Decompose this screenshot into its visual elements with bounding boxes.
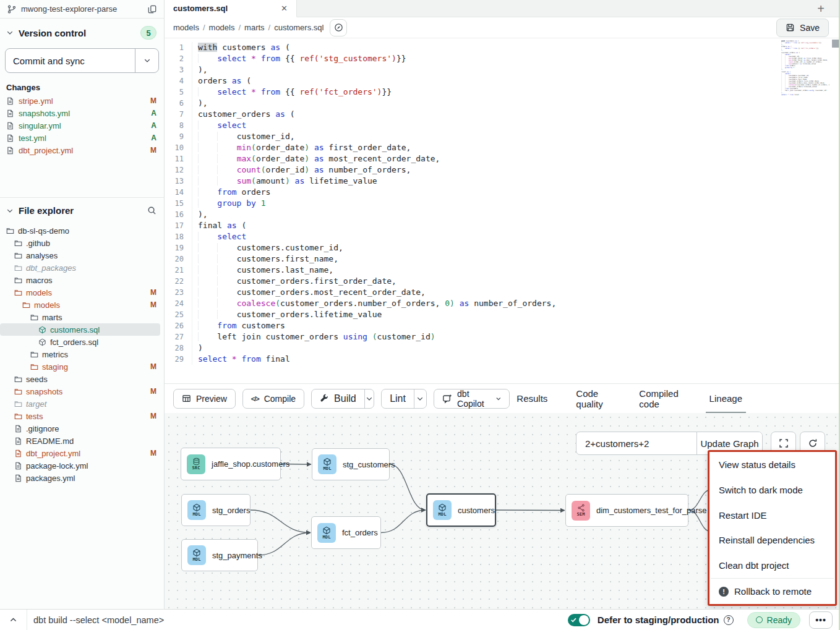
tree-item-customers-sql[interactable]: customers.sql xyxy=(0,323,160,336)
tree-item-snapshots[interactable]: snapshotsM xyxy=(0,385,164,398)
tree-item-label: macros xyxy=(26,276,156,285)
tab-customers-sql[interactable]: customers.sql ✕ xyxy=(165,0,297,17)
line-number: 15 xyxy=(165,198,192,209)
lint-options-caret[interactable] xyxy=(414,389,426,408)
lineage-node-stg_orders[interactable]: MDLstg_orders xyxy=(181,494,251,526)
tree-item-dbt-project-yml[interactable]: dbt_project.ymlM xyxy=(0,447,164,459)
tree-item-tests[interactable]: testsM xyxy=(0,410,164,422)
tree-item-macros[interactable]: macros xyxy=(0,274,164,286)
menu-item-reinstall-dependencies[interactable]: Reinstall dependencies xyxy=(709,528,835,553)
editor-minimap[interactable]: with customers as ( select * from {{ ref… xyxy=(781,40,829,96)
dbt-copilot-button[interactable]: dbt Copilot xyxy=(434,389,510,409)
search-icon[interactable] xyxy=(147,206,156,215)
tree-item-marts[interactable]: marts xyxy=(0,311,164,323)
defer-toggle[interactable] xyxy=(568,614,590,626)
version-control-header[interactable]: Version control 5 xyxy=(0,19,164,45)
tree-item-analyses[interactable]: analyses xyxy=(0,249,164,262)
node-type-label: MDL xyxy=(323,466,331,471)
tree-item-label: fct_orders.sql xyxy=(50,338,156,347)
save-button[interactable]: Save xyxy=(776,19,829,37)
change-file-name: test.yml xyxy=(19,134,147,143)
build-options-caret[interactable] xyxy=(364,389,374,408)
node-label: stg_customers xyxy=(343,460,395,469)
tree-item-seeds[interactable]: seeds xyxy=(0,373,164,385)
line-number: 21 xyxy=(165,265,192,276)
tree-item-models[interactable]: modelsM xyxy=(0,299,164,311)
line-number: 2 xyxy=(165,53,192,64)
preview-button[interactable]: Preview xyxy=(173,389,236,409)
line-number: 25 xyxy=(165,309,192,320)
lineage-selector-input[interactable]: 2+customers+2 xyxy=(576,432,696,454)
lint-button[interactable]: Lint xyxy=(382,389,414,408)
breadcrumb-item[interactable]: models xyxy=(173,23,199,32)
output-tab-compiled-code[interactable]: Compiled code xyxy=(639,384,680,414)
tree-item-fct-orders-sql[interactable]: fct_orders.sql xyxy=(0,336,164,348)
tree-item--gitignore[interactable]: .gitignore xyxy=(0,422,164,435)
node-type-tile: SEM xyxy=(572,501,590,521)
breadcrumb-item[interactable]: models xyxy=(209,23,235,32)
tree-item-target[interactable]: target xyxy=(0,398,164,410)
lineage-node-customers[interactable]: MDLcustomers xyxy=(426,493,496,527)
change-row[interactable]: singular.ymlA xyxy=(0,119,164,132)
menu-item-restart-ide[interactable]: Restart IDE xyxy=(709,503,835,528)
code-line: 8 select xyxy=(165,120,840,131)
tree-item-readme-md[interactable]: README.md xyxy=(0,435,164,447)
copy-icon[interactable] xyxy=(148,5,156,14)
code-line: 9 customer_id, xyxy=(165,131,840,142)
output-tab-code-quality[interactable]: Code quality xyxy=(576,384,611,414)
new-tab-button[interactable]: + xyxy=(812,0,830,17)
lineage-node-fct_orders[interactable]: MDLfct_orders xyxy=(311,516,381,549)
change-row[interactable]: snapshots.ymlA xyxy=(0,107,164,119)
breadcrumb-item[interactable]: customers.sql xyxy=(274,23,324,32)
folder-icon xyxy=(22,301,30,309)
more-options-button[interactable]: ••• xyxy=(809,611,833,629)
output-tab-results[interactable]: Results xyxy=(516,384,547,414)
breadcrumb-item[interactable]: marts xyxy=(244,23,265,32)
file-explorer-header[interactable]: File explorer xyxy=(0,198,164,221)
line-number: 28 xyxy=(165,343,192,354)
help-icon[interactable]: ? xyxy=(724,615,734,625)
commit-button-label[interactable]: Commit and sync xyxy=(6,49,135,72)
line-number: 13 xyxy=(165,176,192,187)
status-ready-badge[interactable]: Ready xyxy=(747,612,800,628)
menu-item-rollback-to-remote[interactable]: !Rollback to remote xyxy=(709,579,835,604)
output-tab-lineage[interactable]: Lineage xyxy=(709,384,742,414)
change-row[interactable]: dbt_project.ymlM xyxy=(0,144,164,156)
menu-item-switch-to-dark-mode[interactable]: Switch to dark mode xyxy=(709,477,835,503)
tree-item-staging[interactable]: stagingM xyxy=(0,360,164,373)
lineage-node-dim_customers_test_for_parse[interactable]: SEMdim_customers_test_for_parse xyxy=(565,494,688,527)
lineage-panel[interactable]: SRCjaffle_shop.customersMDLstg_customers… xyxy=(165,413,840,609)
breadcrumb-bar: models/models/marts/customers.sql Save xyxy=(165,17,840,38)
change-row[interactable]: test.ymlA xyxy=(0,132,164,144)
compile-button[interactable]: </> Compile xyxy=(242,389,304,409)
folder-icon xyxy=(14,252,22,260)
tree-item-label: customers.sql xyxy=(50,325,153,334)
commit-options-caret[interactable] xyxy=(135,49,158,72)
tree-item-dbt-packages[interactable]: dbt_packages xyxy=(0,262,164,274)
menu-item-clean-dbt-project[interactable]: Clean dbt project xyxy=(709,553,835,578)
build-button[interactable]: Build xyxy=(312,389,364,408)
code-editor[interactable]: 1with customers as (2 select * from {{ r… xyxy=(165,38,840,383)
tree-item-db-sl-qs-demo[interactable]: db-sl-qs-demo xyxy=(0,224,164,237)
tree-item-packages-yml[interactable]: packages.yml xyxy=(0,472,164,484)
lineage-node-stg_customers[interactable]: MDLstg_customers xyxy=(312,448,390,480)
line-number: 10 xyxy=(165,142,192,153)
tree-item-models[interactable]: modelsM xyxy=(0,286,164,299)
expand-command-bar-button[interactable] xyxy=(0,610,27,630)
commit-and-sync-button[interactable]: Commit and sync xyxy=(5,48,159,73)
change-row[interactable]: stripe.ymlM xyxy=(0,95,164,107)
menu-item-view-status-details[interactable]: View status details xyxy=(709,452,835,477)
command-input[interactable]: dbt build --select <model_name> xyxy=(27,615,568,625)
tree-item-metrics[interactable]: metrics xyxy=(0,348,164,360)
tree-item--github[interactable]: .github xyxy=(0,237,164,249)
compass-icon[interactable] xyxy=(330,19,347,36)
close-tab-icon[interactable]: ✕ xyxy=(278,3,290,14)
menu-item-label: Clean dbt project xyxy=(719,560,789,571)
breadcrumb-separator: / xyxy=(268,23,271,32)
tree-item-label: marts xyxy=(42,313,156,322)
editor-toolbar: Preview </> Compile Build Lint xyxy=(165,383,840,413)
lineage-node-jaffle_shop-customers[interactable]: SRCjaffle_shop.customers xyxy=(181,448,281,480)
tree-item-package-lock-yml[interactable]: package-lock.yml xyxy=(0,459,164,472)
lineage-node-stg_payments[interactable]: MDLstg_payments xyxy=(181,539,258,571)
code-line: 22 customer_orders.first_order_date, xyxy=(165,276,840,287)
